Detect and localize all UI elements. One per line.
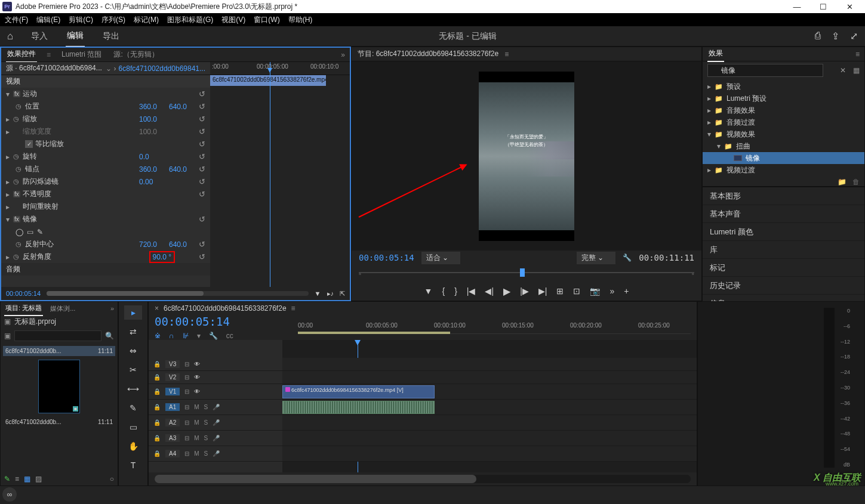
stopwatch-icon[interactable]: ◷: [13, 178, 19, 185]
tree-item-mirror[interactable]: 镜像: [703, 152, 864, 164]
tree-item-presets[interactable]: ▸📁预设: [703, 81, 864, 92]
stopwatch-icon[interactable]: ◷: [16, 240, 21, 248]
mark-in-icon[interactable]: {: [442, 286, 445, 296]
track-header-a3[interactable]: 🔒A3⊟MS🎤: [149, 431, 282, 446]
fx-badge[interactable]: fx: [13, 91, 20, 97]
panel-libraries[interactable]: 库: [703, 241, 864, 259]
creative-cloud-icon[interactable]: ∞: [2, 487, 17, 502]
track-lane-a4[interactable]: [282, 446, 697, 462]
track-lane-v1[interactable]: 6c8fc471002ddd0b6984156338276f2e.mp4 [V]: [282, 384, 697, 400]
tree-item-video-fx[interactable]: ▾📁视频效果: [703, 128, 864, 140]
menu-help[interactable]: 帮助(H): [288, 15, 313, 25]
program-video-viewport[interactable]: 「永恒而无望的爱」 （甲绝望无着的茶）: [352, 61, 701, 251]
mask-pen-icon[interactable]: ✎: [37, 228, 43, 236]
sync-lock-icon[interactable]: ⊟: [184, 388, 189, 395]
search-icon[interactable]: 🔍: [105, 332, 114, 340]
step-back-icon[interactable]: ◀|: [485, 286, 494, 296]
reset-icon[interactable]: ↺: [199, 252, 205, 261]
panel-lumetri-color[interactable]: Lumetri 颜色: [703, 223, 864, 241]
eye-icon[interactable]: 👁: [194, 374, 200, 381]
video-clip-v1[interactable]: 6c8fc471002ddd0b6984156338276f2e.mp4 [V]: [282, 385, 435, 398]
list-view-icon[interactable]: ≡: [15, 475, 19, 483]
reset-icon[interactable]: ↺: [199, 102, 205, 111]
timeline-tracks-area[interactable]: 6c8fc471002ddd0b6984156338276f2e.mp4 [V]: [282, 340, 697, 472]
anchor-y[interactable]: 640.0: [169, 165, 199, 174]
lock-icon[interactable]: 🔒: [153, 435, 161, 441]
sequence-name[interactable]: 6c8fc471002ddd0b6984156338276f2e: [164, 304, 287, 313]
menu-view[interactable]: 视图(V): [221, 15, 245, 25]
wrench-icon[interactable]: 🔧: [209, 332, 218, 340]
stopwatch-icon[interactable]: ◷: [16, 103, 21, 110]
lock-icon[interactable]: 🔒: [153, 404, 161, 410]
export-icon[interactable]: ⇱: [340, 290, 345, 298]
uniform-scale-checkbox[interactable]: ✓: [25, 140, 33, 148]
fit-dropdown[interactable]: 适合 ⌄: [421, 252, 460, 264]
reset-icon[interactable]: ↺: [199, 165, 205, 174]
media-browser-tab[interactable]: 媒体浏...: [49, 302, 76, 316]
reset-icon[interactable]: ↺: [199, 127, 205, 136]
scrubber-thumb[interactable]: [520, 268, 525, 277]
linked-selection-icon[interactable]: ⊮: [183, 332, 189, 340]
track-header-v2[interactable]: 🔒V2⊟👁: [149, 371, 282, 384]
tree-item-video-trans[interactable]: ▸📁视频过渡: [703, 164, 864, 176]
button-editor-icon[interactable]: +: [624, 286, 629, 296]
tab-menu-icon[interactable]: ≡: [47, 51, 51, 59]
disclosure-icon[interactable]: ▾: [6, 215, 13, 224]
stopwatch-icon[interactable]: ◷: [16, 165, 21, 173]
mask-rect-icon[interactable]: ▭: [27, 228, 33, 236]
eye-icon[interactable]: 👁: [194, 361, 200, 367]
razor-tool[interactable]: ✂: [124, 363, 142, 377]
sync-lock-icon[interactable]: ⊟: [184, 435, 189, 441]
go-to-out-icon[interactable]: ▶|: [538, 286, 547, 296]
menu-graphics[interactable]: 图形和标题(G): [167, 15, 213, 25]
quality-dropdown[interactable]: 完整 ⌄: [577, 252, 615, 264]
workspace-tab-export[interactable]: 导出: [101, 26, 121, 47]
panel-menu-icon[interactable]: ≡: [855, 50, 860, 58]
panel-overflow-icon[interactable]: »: [110, 305, 114, 312]
reflect-angle-value[interactable]: 90.0 °: [153, 253, 172, 261]
track-header-a2[interactable]: 🔒A2⊟MS🎤: [149, 415, 282, 431]
chevron-down-icon[interactable]: ⌄: [106, 64, 112, 73]
rotation-value[interactable]: 0.0: [139, 153, 169, 161]
disclosure-icon[interactable]: ▸: [6, 178, 13, 186]
lock-icon[interactable]: 🔒: [153, 388, 161, 395]
tab-source[interactable]: 源:（无剪辑）: [112, 47, 159, 62]
anchor-x[interactable]: 360.0: [139, 165, 169, 174]
play-only-icon[interactable]: ▸♪: [327, 290, 334, 298]
position-y[interactable]: 640.0: [169, 103, 199, 111]
position-x[interactable]: 360.0: [139, 103, 169, 111]
lock-icon[interactable]: 🔒: [153, 374, 161, 381]
zoom-slider[interactable]: ○: [110, 475, 114, 483]
minimize-button[interactable]: —: [789, 2, 805, 11]
menu-clip[interactable]: 剪辑(C): [69, 15, 93, 25]
in-timecode[interactable]: 00:00:05:14: [359, 253, 414, 262]
hand-tool[interactable]: ✋: [124, 439, 142, 453]
project-tab[interactable]: 项目: 无标题: [4, 301, 43, 316]
icon-view-icon[interactable]: ▦: [24, 475, 30, 483]
close-button[interactable]: ✕: [841, 2, 858, 11]
play-icon[interactable]: ▶: [503, 286, 510, 297]
sync-lock-icon[interactable]: ⊟: [184, 450, 189, 457]
selection-tool[interactable]: ▸: [124, 305, 142, 320]
magnet-icon[interactable]: ∩: [169, 332, 174, 340]
track-select-tool[interactable]: ⇄: [124, 324, 142, 339]
home-icon[interactable]: ⌂: [7, 30, 13, 42]
overflow-icon[interactable]: »: [609, 286, 614, 296]
tab-lumetri-scopes[interactable]: Lumetri 范围: [60, 47, 103, 62]
fullscreen-icon[interactable]: ⤢: [850, 30, 858, 42]
insert-icon[interactable]: ⊞: [556, 286, 564, 296]
track-lane-v2[interactable]: [282, 371, 697, 384]
fx-badge[interactable]: fx: [13, 216, 20, 222]
tree-item-lumetri[interactable]: ▸📁Lumetri 预设: [703, 92, 864, 104]
disclosure-icon[interactable]: ▾: [6, 90, 13, 98]
effects-preset-icon[interactable]: ▦: [853, 66, 860, 75]
disclosure-icon[interactable]: ▸: [6, 115, 13, 123]
disclosure-icon[interactable]: ▸: [6, 190, 13, 199]
stopwatch-icon[interactable]: ◷: [13, 253, 19, 261]
cc-icon[interactable]: cc: [226, 332, 233, 340]
disclosure-icon[interactable]: ▸: [6, 203, 13, 211]
panel-markers[interactable]: 标记: [703, 259, 864, 277]
program-scrubber[interactable]: ◦ ◦: [359, 265, 694, 282]
stopwatch-icon[interactable]: ◷: [13, 153, 19, 160]
tab-effect-controls[interactable]: 效果控件: [6, 47, 37, 63]
